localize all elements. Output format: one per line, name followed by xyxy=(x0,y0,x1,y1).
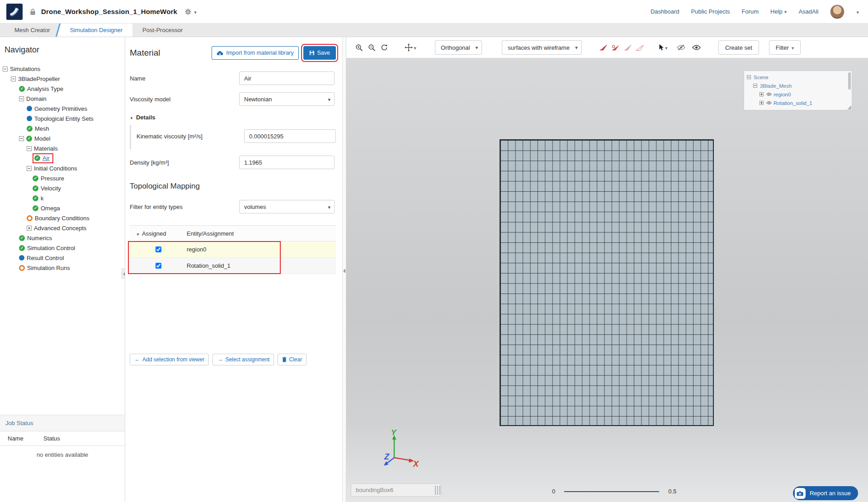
tab-simulation-designer[interactable]: Simulation Designer xyxy=(60,24,132,37)
scene-tree-item-3blade-mesh[interactable]: 3Blade_Mesh xyxy=(747,81,847,90)
sort-caret-icon xyxy=(136,230,140,237)
tree-item-analysis-type[interactable]: Analysis Type xyxy=(0,84,125,94)
visibility-eye-icon[interactable] xyxy=(766,92,772,96)
create-set-button[interactable]: Create set xyxy=(718,40,759,55)
collapse-icon[interactable] xyxy=(27,146,32,151)
tree-item-velocity[interactable]: Velocity xyxy=(0,183,125,193)
region0-checkbox[interactable] xyxy=(156,246,161,252)
zoom-in-button[interactable] xyxy=(353,41,365,54)
resize-grip[interactable] xyxy=(435,486,440,495)
details-label: Details xyxy=(136,114,156,121)
projection-select[interactable]: Orthogonal xyxy=(435,40,482,55)
collapse-icon[interactable] xyxy=(753,84,757,88)
app-logo-icon[interactable] xyxy=(6,4,23,20)
tree-item-pressure[interactable]: Pressure xyxy=(0,173,125,183)
rotation-solid-1-checkbox[interactable] xyxy=(156,263,161,269)
collapse-icon[interactable] xyxy=(747,75,751,79)
tree-item-3bladepropeller[interactable]: 3BladePropeller xyxy=(0,74,125,84)
bounding-box-input[interactable] xyxy=(351,483,441,497)
lock-icon[interactable] xyxy=(30,8,36,15)
pan-tool-button[interactable] xyxy=(401,41,420,54)
select-tool-button[interactable] xyxy=(654,41,672,54)
expand-icon[interactable] xyxy=(760,92,764,96)
tree-item-initial-conditions[interactable]: Initial Conditions xyxy=(0,163,125,173)
zoom-out-button[interactable] xyxy=(365,41,378,54)
mesh-grid[interactable] xyxy=(500,139,714,426)
tree-item-topological-entity-sets[interactable]: Topological Entity Sets xyxy=(0,114,125,123)
import-material-button[interactable]: Import from material library xyxy=(212,46,298,60)
tree-item-simulation-runs[interactable]: Simulation Runs xyxy=(0,263,125,273)
kinematic-viscosity-input[interactable] xyxy=(244,129,336,143)
hide-entity-button[interactable] xyxy=(675,41,688,54)
scene-tree-item-region0[interactable]: region0 xyxy=(747,90,847,99)
panel-collapse-handle[interactable] xyxy=(342,37,346,502)
assigned-column-header[interactable]: Assigned xyxy=(130,230,187,237)
eye-off-icon xyxy=(677,44,685,51)
panel-resize-grip[interactable] xyxy=(122,269,125,279)
tree-item-mesh[interactable]: Mesh xyxy=(0,123,125,133)
render-mode-select[interactable]: surfaces with wireframe xyxy=(502,40,582,55)
tree-item-air[interactable]: Air xyxy=(0,153,125,163)
gear-icon[interactable] xyxy=(184,8,192,15)
tree-item-geometry-primitives[interactable]: Geometry Primitives xyxy=(0,104,125,114)
tab-mesh-creator[interactable]: Mesh Creator xyxy=(5,24,60,37)
collapse-icon[interactable] xyxy=(27,166,32,171)
axis-triad[interactable]: Y Z X xyxy=(379,429,429,476)
tree-item-simulation-control[interactable]: Simulation Control xyxy=(0,243,125,253)
tree-item-domain[interactable]: Domain xyxy=(0,94,125,104)
tree-item-model[interactable]: Model xyxy=(0,133,125,143)
tree-item-result-control[interactable]: Result Control xyxy=(0,253,125,263)
tree-item-k[interactable]: k xyxy=(0,193,125,203)
clip-plane-icon[interactable] xyxy=(599,44,608,51)
row-label: Rotation_solid_1 xyxy=(187,262,231,269)
expand-icon[interactable] xyxy=(760,101,764,105)
dot-icon xyxy=(19,255,24,260)
name-input[interactable] xyxy=(239,71,335,85)
scene-tree-item-rotation-solid-1[interactable]: Rotation_solid_1 xyxy=(747,99,847,107)
entity-filter-select[interactable]: volumes xyxy=(239,200,335,213)
tab-post-processor[interactable]: Post-Processor xyxy=(132,24,193,37)
nav-user[interactable]: AsadAli xyxy=(798,8,818,15)
refresh-button[interactable] xyxy=(378,41,391,54)
tree-item-omega[interactable]: Omega xyxy=(0,203,125,213)
collapse-icon[interactable] xyxy=(3,66,8,71)
add-selection-button[interactable]: Add selection from viewer xyxy=(130,354,209,365)
density-input[interactable] xyxy=(239,156,335,169)
collapse-icon[interactable] xyxy=(11,76,16,81)
visibility-eye-icon[interactable] xyxy=(766,101,772,105)
nav-forum[interactable]: Forum xyxy=(742,8,759,15)
details-toggle[interactable]: Details xyxy=(130,113,336,121)
nav-help[interactable]: Help xyxy=(770,8,787,15)
clip-plane-icon[interactable] xyxy=(623,44,632,51)
tree-item-materials[interactable]: Materials xyxy=(0,143,125,153)
clip-plane-icon[interactable] xyxy=(611,44,620,51)
scene-tree-item-scene[interactable]: Scene xyxy=(747,73,847,81)
collapse-icon[interactable] xyxy=(19,96,24,101)
chevron-down-icon[interactable] xyxy=(194,8,197,16)
collapse-icon[interactable] xyxy=(19,136,24,141)
expand-icon[interactable] xyxy=(27,226,32,231)
save-button[interactable]: Save xyxy=(303,46,336,60)
clear-button[interactable]: Clear xyxy=(278,354,307,365)
axis-y-label: Y xyxy=(391,429,397,437)
table-row-rotation-solid-1[interactable]: Rotation_solid_1 xyxy=(130,258,336,274)
tree-item-advanced-concepts[interactable]: Advanced Concepts xyxy=(0,223,125,233)
clip-plane-icon[interactable] xyxy=(636,44,644,51)
tree-item-boundary-conditions[interactable]: Boundary Conditions xyxy=(0,213,125,223)
tree-item-numerics[interactable]: Numerics xyxy=(0,233,125,243)
filter-button[interactable]: Filter xyxy=(769,40,801,55)
nav-public-projects[interactable]: Public Projects xyxy=(691,8,730,15)
chevron-down-icon[interactable] xyxy=(856,8,859,16)
tree-item-simulations[interactable]: Simulations xyxy=(0,64,125,74)
select-assignment-button[interactable]: Select assignment xyxy=(212,354,274,365)
avatar[interactable] xyxy=(830,5,844,19)
nav-dashboard[interactable]: Dashboard xyxy=(651,8,679,15)
viscosity-model-label: Viscosity model xyxy=(130,96,239,103)
viewport-canvas[interactable]: Scene 3Blade_Mesh region0 Rotation_solid… xyxy=(346,58,868,502)
report-issue-button[interactable]: Report an issue xyxy=(793,486,858,500)
check-icon xyxy=(19,235,25,241)
show-entity-button[interactable] xyxy=(690,41,703,54)
scene-tree-scrollbar[interactable] xyxy=(848,72,851,90)
table-row-region0[interactable]: region0 xyxy=(130,242,336,258)
viscosity-model-select[interactable]: Newtonian xyxy=(239,92,335,106)
